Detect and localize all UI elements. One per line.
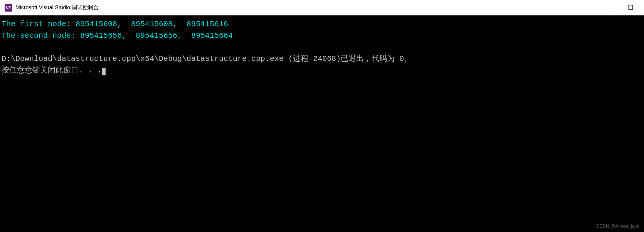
title-bar-controls: — ☐ <box>602 2 639 14</box>
console-line-2: The second node: 895415656, 895415656, 8… <box>2 30 642 42</box>
watermark: CSDN @Aimee_jaye <box>596 224 639 229</box>
vs-icon: C# <box>5 4 12 12</box>
window-title: Microsoft Visual Studio 调试控制台 <box>15 4 99 11</box>
console-empty-line <box>2 42 642 53</box>
console-line-3: D:\Download\datastructure.cpp\x64\Debug\… <box>2 53 642 65</box>
console-line-1: The first node: 895415608, 895415608, 89… <box>2 18 642 30</box>
cursor <box>102 68 106 75</box>
console-area: The first node: 895415608, 895415608, 89… <box>0 15 644 232</box>
title-bar: C# Microsoft Visual Studio 调试控制台 — ☐ <box>0 0 644 15</box>
vs-icon-text: C# <box>6 5 11 10</box>
title-bar-left: C# Microsoft Visual Studio 调试控制台 <box>5 4 99 12</box>
maximize-button[interactable]: ☐ <box>622 2 639 14</box>
console-line-4: 按任意意键关闭此窗口. . . <box>2 65 642 76</box>
minimize-button[interactable]: — <box>602 2 620 14</box>
